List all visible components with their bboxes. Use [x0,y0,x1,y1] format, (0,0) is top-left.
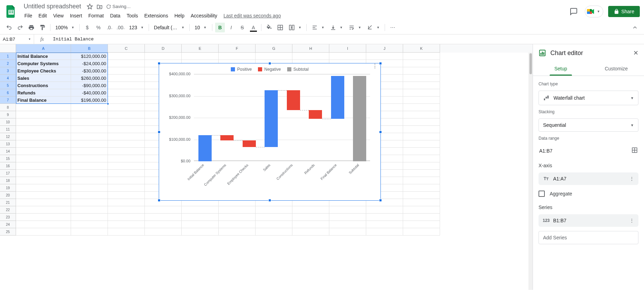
row-header-7[interactable]: 7 [0,97,16,104]
row-header-3[interactable]: 3 [0,67,16,75]
cell-C23[interactable] [108,214,145,221]
cell-D25[interactable] [145,228,182,236]
cell-G22[interactable] [256,206,292,214]
cell-B8[interactable] [71,104,108,111]
stacking-select[interactable]: Sequential▼ [539,118,638,132]
zoom-select[interactable]: 100%▼ [53,23,77,32]
chart-resize-se[interactable] [379,199,382,202]
cell-G24[interactable] [256,221,292,228]
cell-D22[interactable] [145,206,182,214]
cell-D23[interactable] [145,214,182,221]
col-header-C[interactable]: C [108,44,145,53]
cell-B7[interactable]: $196,000.00 [71,97,108,104]
cell-K17[interactable] [403,170,440,177]
cell-C1[interactable] [108,53,145,60]
add-series-button[interactable]: Add Series [539,231,638,244]
cell-G23[interactable] [256,214,292,221]
cell-E1[interactable] [182,53,219,60]
cell-H1[interactable] [292,53,329,60]
redo-icon[interactable] [15,23,25,32]
cell-A12[interactable] [16,133,71,140]
menu-format[interactable]: Format [86,11,107,20]
cell-I24[interactable] [329,221,366,228]
comments-button[interactable] [567,5,580,18]
v-align-button[interactable]: ▼ [328,23,345,32]
cell-A3[interactable]: Employee Checks [16,67,71,75]
cell-B18[interactable] [71,177,108,184]
series-more-icon[interactable]: ⋮ [629,218,634,223]
print-icon[interactable] [26,23,36,32]
cell-K14[interactable] [403,148,440,155]
cell-K25[interactable] [403,228,440,236]
cell-A21[interactable] [16,199,71,206]
cell-A1[interactable]: Initial Balance [16,53,71,60]
cell-K9[interactable] [403,111,440,118]
cell-B3[interactable]: -$30,000.00 [71,67,108,75]
cell-J23[interactable] [366,214,403,221]
col-header-A[interactable]: A [16,44,71,53]
row-header-13[interactable]: 13 [0,140,16,148]
chart-menu-icon[interactable]: ⋮ [372,65,378,67]
close-icon[interactable]: ✕ [633,49,638,57]
cell-K16[interactable] [403,162,440,170]
cell-C15[interactable] [108,155,145,162]
col-header-H[interactable]: H [292,44,329,53]
cell-B15[interactable] [71,155,108,162]
cell-B13[interactable] [71,140,108,148]
cell-A18[interactable] [16,177,71,184]
wrap-button[interactable]: ▼ [346,23,363,32]
cell-B23[interactable] [71,214,108,221]
cell-C2[interactable] [108,60,145,67]
cell-B2[interactable]: -$24,000.00 [71,60,108,67]
cell-K22[interactable] [403,206,440,214]
h-align-button[interactable]: ▼ [309,23,327,32]
row-header-4[interactable]: 4 [0,75,16,82]
cell-A6[interactable]: Refunds [16,89,71,97]
italic-button[interactable]: I [226,23,236,32]
text-color-button[interactable]: A [249,23,258,32]
chart-resize-ne[interactable] [379,62,382,65]
chart-resize-e[interactable] [379,131,382,133]
cell-K3[interactable] [403,67,440,75]
row-header-11[interactable]: 11 [0,126,16,133]
merge-button[interactable]: ▼ [286,23,304,32]
cell-B19[interactable] [71,184,108,192]
cell-F24[interactable] [219,221,256,228]
selection-handle[interactable] [107,103,109,105]
strikethrough-button[interactable]: S [237,23,247,32]
cell-A22[interactable] [16,206,71,214]
undo-icon[interactable] [4,23,14,32]
row-header-22[interactable]: 22 [0,206,16,214]
cell-F23[interactable] [219,214,256,221]
menu-view[interactable]: View [50,11,66,20]
sheet-grid[interactable]: ABCDEFGHIJK 1234567891011121314151617181… [0,44,533,290]
cell-H25[interactable] [292,228,329,236]
cell-C25[interactable] [108,228,145,236]
menu-data[interactable]: Data [107,11,123,20]
cell-A17[interactable] [16,170,71,177]
chart-resize-nw[interactable] [158,62,160,65]
cell-H24[interactable] [292,221,329,228]
cell-K15[interactable] [403,155,440,162]
cell-A2[interactable]: Computer Systems [16,60,71,67]
cell-C17[interactable] [108,170,145,177]
cell-C24[interactable] [108,221,145,228]
cell-K1[interactable] [403,53,440,60]
cell-D24[interactable] [145,221,182,228]
cell-H23[interactable] [292,214,329,221]
sheets-logo[interactable] [4,5,18,18]
cell-C14[interactable] [108,148,145,155]
row-header-6[interactable]: 6 [0,89,16,97]
cell-A19[interactable] [16,184,71,192]
cell-I25[interactable] [329,228,366,236]
cell-B9[interactable] [71,111,108,118]
row-header-24[interactable]: 24 [0,221,16,228]
cell-K10[interactable] [403,118,440,126]
cell-B5[interactable]: -$90,000.00 [71,82,108,89]
cell-K8[interactable] [403,104,440,111]
col-header-G[interactable]: G [256,44,292,53]
cell-I23[interactable] [329,214,366,221]
cell-A16[interactable] [16,162,71,170]
cell-K4[interactable] [403,75,440,82]
series-chip[interactable]: 123 B1:B7 ⋮ [539,214,638,227]
